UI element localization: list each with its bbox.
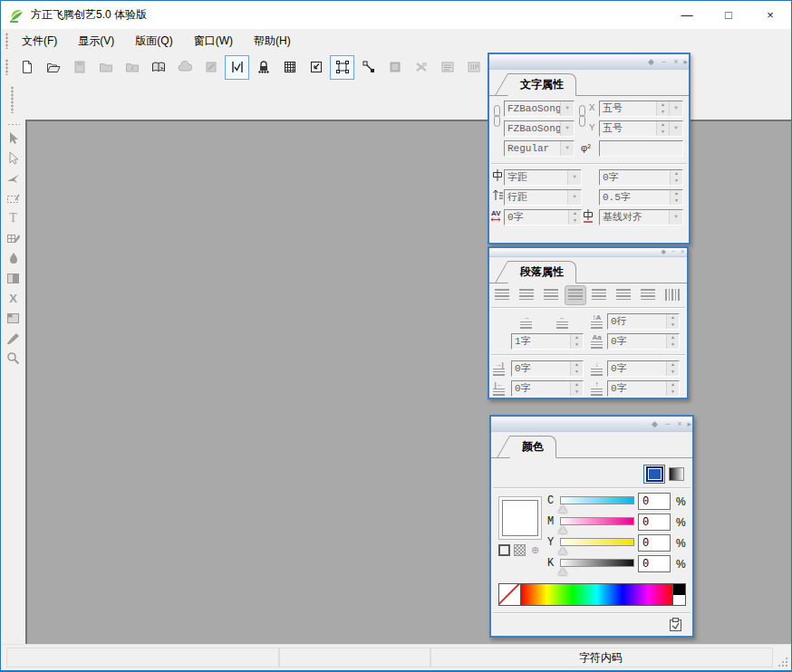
palette-rollup-button[interactable]: ◆	[648, 58, 654, 66]
space-before-spinner[interactable]	[666, 361, 679, 376]
palette-close-button[interactable]: ×	[677, 420, 681, 428]
direct-select-arrow-tool[interactable]	[3, 149, 24, 168]
align-left-button[interactable]	[491, 285, 513, 305]
align-force-justify-button[interactable]	[637, 285, 659, 305]
save-document-button[interactable]	[67, 55, 92, 80]
yellow-slider[interactable]	[560, 538, 634, 546]
closed-folder-button[interactable]	[93, 55, 118, 80]
palette-expand-button[interactable]: ▸	[683, 58, 688, 66]
palette-title-bar[interactable]: ◆ − × ▸	[489, 54, 689, 70]
cut-tool[interactable]: X	[3, 288, 24, 308]
cyan-slider-handle[interactable]	[558, 505, 567, 513]
layout-frame-tool[interactable]	[3, 188, 24, 208]
menu-window[interactable]: 窗口(W)	[186, 31, 241, 52]
align-distribute-button[interactable]	[588, 285, 610, 305]
table-pen-tool[interactable]	[3, 228, 24, 248]
space-after-field[interactable]: 0字	[607, 380, 680, 397]
line-spacing-mode-select[interactable]: 行距	[504, 189, 582, 206]
stroke-color-button[interactable]	[498, 545, 510, 556]
open-book-button[interactable]	[146, 55, 170, 80]
apply-color-button[interactable]	[668, 618, 683, 635]
menubar-drag-handle[interactable]	[5, 33, 8, 49]
chevron-down-icon[interactable]	[567, 170, 581, 185]
y-size-spinner[interactable]	[656, 121, 669, 136]
palette-title-bar[interactable]: ◆ − ×	[489, 248, 687, 257]
swap-colors-button[interactable]: ⊕	[529, 545, 541, 556]
frame-rect-tool[interactable]	[3, 308, 24, 328]
char-scale-field[interactable]: 0字	[607, 333, 680, 350]
line-space-spinner[interactable]	[666, 314, 679, 329]
black-slider-handle[interactable]	[558, 568, 567, 575]
node-connector-button[interactable]	[356, 55, 381, 80]
lock-grid-button[interactable]	[251, 55, 275, 80]
tint-pattern-button[interactable]	[514, 545, 526, 556]
left-indent-spinner[interactable]	[570, 361, 583, 376]
toolbar-drag-handle[interactable]	[5, 59, 8, 75]
tool-panel-drag-handle[interactable]	[7, 123, 20, 126]
menu-layout[interactable]: 版面(Q)	[127, 31, 180, 52]
rainbow-gradient[interactable]	[521, 584, 672, 605]
menu-view[interactable]: 显示(V)	[70, 31, 122, 52]
folder-import-button[interactable]	[120, 55, 144, 80]
magnifier-tool[interactable]	[3, 348, 24, 368]
char-spacing-spinner[interactable]	[670, 170, 682, 185]
text-flow-vertical-button[interactable]	[461, 55, 486, 80]
ink-droplet-tool[interactable]	[3, 248, 24, 268]
chevron-down-icon[interactable]	[669, 101, 682, 116]
open-document-button[interactable]	[41, 55, 65, 80]
align-vertical-button[interactable]	[662, 285, 683, 305]
palette-rollup-button[interactable]: ◆	[661, 248, 665, 255]
menu-file[interactable]: 文件(F)	[14, 31, 65, 52]
palette-minimize-button[interactable]: −	[671, 248, 675, 255]
close-button[interactable]: ×	[749, 1, 791, 29]
first-indent-field[interactable]: 1字	[511, 333, 584, 350]
baseline-align-select[interactable]: 基线对齐	[599, 209, 683, 226]
left-indent-field[interactable]: 0字	[511, 360, 584, 377]
char-scale-field[interactable]	[599, 140, 683, 157]
chevron-down-icon[interactable]	[669, 121, 682, 136]
line-spacing-value-field[interactable]: 0.5字	[599, 189, 683, 206]
magenta-slider[interactable]	[560, 517, 634, 525]
new-document-button[interactable]	[14, 55, 39, 80]
current-color-swatch[interactable]	[502, 500, 538, 536]
kerning-spinner[interactable]	[568, 210, 581, 225]
magenta-slider-handle[interactable]	[558, 526, 567, 533]
line-spacing-spinner[interactable]	[670, 190, 682, 205]
right-indent-spinner[interactable]	[570, 381, 583, 396]
char-spacing-value-field[interactable]: 0字	[599, 169, 683, 186]
block-button[interactable]	[382, 55, 407, 80]
palette-close-button[interactable]: ×	[673, 58, 678, 66]
solid-fill-button[interactable]	[643, 465, 665, 484]
black-value-field[interactable]: 0	[638, 555, 671, 572]
import-frame-button[interactable]	[304, 55, 328, 80]
align-justify-button[interactable]	[565, 285, 586, 305]
palette-rollup-button[interactable]: ◆	[652, 420, 658, 428]
palette-title-bar[interactable]: ◆ − × ▸	[491, 417, 692, 432]
dock-drag-handle[interactable]	[11, 86, 14, 113]
chevron-down-icon[interactable]	[560, 141, 574, 156]
palette-minimize-button[interactable]: −	[665, 420, 670, 428]
char-scale-spinner[interactable]	[666, 334, 679, 349]
menu-help[interactable]: 帮助(H)	[246, 31, 299, 52]
chevron-down-icon[interactable]	[567, 190, 581, 205]
palette-expand-button[interactable]: ▸	[687, 420, 691, 428]
align-right-button[interactable]	[540, 285, 562, 305]
align-force-left-button[interactable]	[613, 285, 634, 305]
delete-block-button[interactable]	[409, 55, 433, 80]
chevron-down-icon[interactable]	[560, 101, 574, 116]
right-indent-field[interactable]: 0字	[511, 380, 584, 397]
tab-color[interactable]: 颜色	[509, 436, 556, 458]
tab-text-properties[interactable]: 文字属性	[507, 73, 576, 96]
palette-minimize-button[interactable]: −	[662, 58, 666, 66]
palette-close-button[interactable]: ×	[681, 248, 684, 255]
black-white-swatches[interactable]	[672, 584, 685, 605]
kerning-value-field[interactable]: 0字	[504, 209, 582, 226]
yellow-slider-handle[interactable]	[558, 547, 567, 554]
x-size-spinner[interactable]	[656, 101, 669, 116]
first-indent-spinner[interactable]	[570, 334, 583, 349]
rotate-arrow-tool[interactable]	[3, 168, 24, 188]
edit-page-button[interactable]	[198, 55, 223, 80]
no-color-swatch[interactable]	[499, 584, 521, 605]
cyan-slider[interactable]	[560, 496, 634, 504]
gradient-fill-button[interactable]	[665, 465, 687, 484]
